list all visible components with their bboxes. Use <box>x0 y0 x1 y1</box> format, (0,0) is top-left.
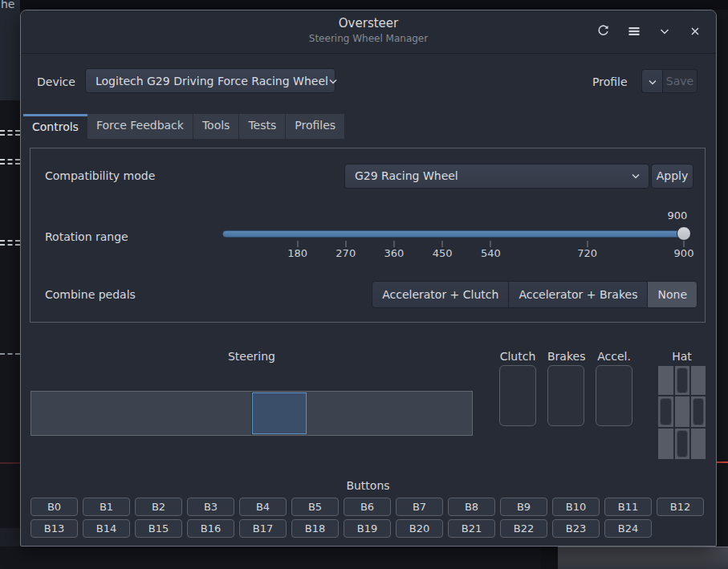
button-indicator-b9: B9 <box>500 498 547 516</box>
background-dashed-line <box>0 353 20 355</box>
rotation-tick-label: 900 <box>674 247 694 259</box>
device-dropdown-value: Logitech G29 Driving Force Racing Wheel <box>96 75 328 87</box>
pedal-level-bar <box>547 365 584 426</box>
chevron-down-icon <box>328 75 338 87</box>
device-dropdown[interactable]: Logitech G29 Driving Force Racing Wheel <box>85 68 336 93</box>
tab-bar: ControlsForce FeedbackToolsTestsProfiles <box>23 114 345 139</box>
menu-button[interactable] <box>622 20 645 44</box>
tab-tools[interactable]: Tools <box>193 114 240 139</box>
combine-pedals-label: Combine pedals <box>45 288 136 301</box>
rotation-tick-label: 720 <box>577 247 597 259</box>
rotation-tick <box>442 241 443 247</box>
hat-down-indicator <box>675 429 689 459</box>
rotation-tick-label: 360 <box>384 247 405 259</box>
profile-label: Profile <box>592 75 628 88</box>
pedal-level-bar <box>499 365 536 426</box>
pedal-monitor-brakes: Brakes <box>547 350 584 426</box>
background-top-strip <box>20 0 728 10</box>
button-indicator-b6: B6 <box>344 498 391 516</box>
pedal-label: Clutch <box>499 350 536 363</box>
hat-right-indicator <box>691 396 706 427</box>
tab-controls[interactable]: Controls <box>23 114 87 139</box>
rotation-tick-label: 540 <box>481 247 501 259</box>
combine-option-none[interactable]: None <box>647 281 697 308</box>
rotation-range-value: 900 <box>661 209 693 222</box>
pedal-monitor-accel: Accel. <box>596 350 632 426</box>
combine-option-accelerator-clutch[interactable]: Accelerator + Clutch <box>372 281 508 308</box>
minimize-button[interactable] <box>653 20 676 44</box>
rotation-tick <box>345 241 346 247</box>
button-indicator-b23: B23 <box>552 519 600 538</box>
button-indicator-b21: B21 <box>448 519 495 538</box>
controls-panel: Compatibility mode G29 Racing Wheel Appl… <box>30 148 706 323</box>
rotation-range-slider[interactable]: 900 180270360450540720900 <box>222 148 684 269</box>
button-indicator-b5: B5 <box>291 498 339 516</box>
button-indicator-b4: B4 <box>239 498 287 516</box>
button-indicator-b0: B0 <box>31 498 78 516</box>
rotation-range-label: Rotation range <box>45 230 128 243</box>
button-indicator-b15: B15 <box>135 519 182 538</box>
rotation-tick <box>393 241 394 247</box>
background-dark-band <box>541 547 558 569</box>
button-indicator-b1: B1 <box>83 498 130 516</box>
hat-corner <box>691 366 706 395</box>
rotation-tick-label: 180 <box>287 247 307 259</box>
buttons-row-2: B13B14B15B16B17B18B19B20B21B22B23B24 <box>31 519 652 538</box>
rotation-tick <box>490 241 491 247</box>
background-dashes <box>0 159 20 165</box>
device-label: Device <box>37 75 75 88</box>
background-red-line <box>717 461 728 463</box>
hat-corner <box>658 429 673 459</box>
rotation-scale: 180270360450540720900 <box>222 239 684 263</box>
background-patch <box>0 528 20 547</box>
pedal-monitor-clutch: Clutch <box>499 350 536 426</box>
hat-corner <box>658 366 673 395</box>
button-indicator-b7: B7 <box>396 498 443 516</box>
button-indicator-b13: B13 <box>31 519 78 538</box>
titlebar[interactable]: Oversteer Steering Wheel Manager <box>21 10 716 54</box>
button-indicator-b19: B19 <box>344 519 391 538</box>
button-indicator-b22: B22 <box>500 519 547 538</box>
rotation-tick-label: 450 <box>433 247 453 259</box>
hat-left-indicator <box>658 396 673 427</box>
steering-label: Steering <box>31 350 473 363</box>
button-indicator-b20: B20 <box>396 519 443 538</box>
button-indicator-b11: B11 <box>604 498 652 516</box>
combine-option-accelerator-brakes[interactable]: Accelerator + Brakes <box>508 281 647 308</box>
menu-icon <box>628 25 641 40</box>
background-dashes <box>0 240 20 246</box>
background-terminal-patch <box>0 0 20 100</box>
button-indicator-b18: B18 <box>291 519 339 538</box>
refresh-button[interactable] <box>592 20 615 44</box>
chevron-down-icon <box>658 25 671 40</box>
pedal-label: Brakes <box>547 350 584 363</box>
close-button[interactable] <box>683 20 706 44</box>
button-indicator-b16: B16 <box>187 519 234 538</box>
pedal-monitors: ClutchBrakesAccel. <box>499 350 632 426</box>
slider-track[interactable] <box>222 230 684 238</box>
rotation-tick <box>587 241 588 247</box>
chevron-down-icon <box>648 74 657 89</box>
tab-force-feedback[interactable]: Force Feedback <box>87 114 193 139</box>
oversteer-window: Oversteer Steering Wheel Manager Device … <box>20 10 717 547</box>
background-red-line <box>0 462 20 464</box>
tab-tests[interactable]: Tests <box>239 114 286 139</box>
button-indicator-b3: B3 <box>187 498 234 516</box>
hat-up-indicator <box>675 366 689 395</box>
button-indicator-b14: B14 <box>83 519 130 538</box>
button-indicator-b24: B24 <box>604 519 652 538</box>
save-button[interactable]: Save <box>662 69 697 93</box>
buttons-label: Buttons <box>31 479 706 492</box>
profile-dropdown[interactable] <box>641 69 662 93</box>
steering-level-block <box>252 392 307 434</box>
hat-center <box>675 396 689 427</box>
close-icon <box>689 25 702 40</box>
steering-level-bar <box>31 391 473 436</box>
rotation-tick <box>297 241 298 247</box>
hat-corner <box>691 429 706 459</box>
buttons-row-1: B0B1B2B3B4B5B6B7B8B9B10B11B12 <box>31 498 704 516</box>
background-text: he <box>1 0 15 10</box>
tab-profiles[interactable]: Profiles <box>286 114 345 139</box>
button-indicator-b8: B8 <box>448 498 495 516</box>
pedal-level-bar <box>596 365 632 426</box>
